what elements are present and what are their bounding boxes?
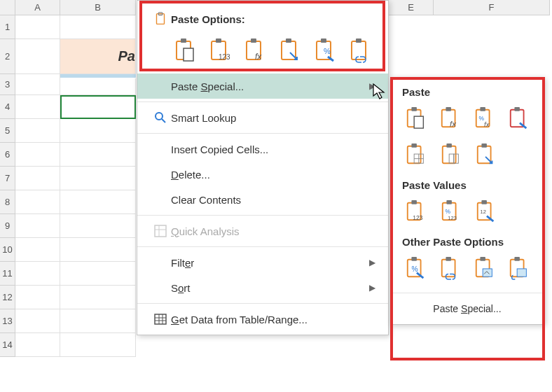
svg-rect-41 — [411, 144, 417, 148]
sub-values-fmt-icon[interactable]: 12 — [472, 197, 500, 226]
svg-text:fx: fx — [450, 120, 456, 128]
menu-clear-contents[interactable]: Clear Contents — [137, 187, 388, 212]
svg-rect-12 — [286, 38, 291, 43]
row-header-11[interactable]: 11 — [0, 262, 15, 286]
svg-rect-68 — [483, 269, 492, 276]
svg-rect-30 — [414, 116, 423, 128]
table-icon — [150, 312, 171, 326]
context-menu: Paste Options: 123 fx % Paste Special...… — [137, 0, 389, 335]
svg-rect-32 — [446, 107, 451, 111]
row-header-8[interactable]: 8 — [0, 190, 15, 214]
sub-formatting-icon[interactable]: % — [402, 253, 429, 283]
svg-rect-70 — [514, 257, 520, 261]
svg-rect-3 — [181, 38, 186, 43]
sub-picture-icon[interactable] — [471, 253, 498, 283]
cell-b3[interactable] — [60, 78, 136, 95]
svg-rect-59 — [481, 200, 487, 204]
cell-b4-active[interactable] — [60, 95, 136, 119]
row-header-6[interactable]: 6 — [0, 143, 15, 167]
svg-rect-39 — [514, 107, 520, 111]
row-header-12[interactable]: 12 — [0, 286, 15, 309]
svg-text:fx: fx — [484, 120, 490, 128]
menu-quick-analysis: Quick Analysis — [137, 218, 388, 244]
svg-rect-47 — [449, 154, 454, 163]
row-header-10[interactable]: 10 — [0, 238, 15, 262]
col-header-e[interactable]: E — [389, 0, 434, 15]
svg-rect-23 — [155, 314, 166, 324]
menu-get-data[interactable]: Get Data from Table/Range... — [137, 307, 388, 332]
menu-filter[interactable]: Filter ▶ — [137, 250, 388, 275]
svg-rect-6 — [216, 38, 221, 43]
row-header-7[interactable]: 7 — [0, 167, 15, 190]
chevron-right-icon: ▶ — [369, 81, 375, 91]
row-header-4[interactable]: 4 — [0, 95, 15, 119]
sub-source-fmt-icon[interactable] — [505, 104, 532, 133]
submenu-other-header: Other Paste Options — [391, 233, 544, 253]
sub-values-num-icon[interactable]: %123 — [437, 197, 465, 226]
svg-text:%: % — [411, 265, 418, 273]
svg-rect-55 — [446, 200, 452, 204]
svg-text:%: % — [446, 208, 451, 215]
svg-rect-29 — [411, 107, 417, 111]
paste-icon-transpose[interactable] — [276, 34, 305, 66]
sub-col-width-icon[interactable] — [437, 140, 465, 169]
svg-line-19 — [162, 119, 165, 122]
svg-text:12: 12 — [481, 209, 486, 215]
menu-insert-copied[interactable]: Insert Copied Cells... — [137, 136, 388, 162]
svg-rect-9 — [251, 38, 256, 43]
menu-paste-special[interactable]: Paste Special... ▶ — [137, 74, 388, 99]
paste-icon-paste[interactable] — [171, 34, 200, 66]
submenu-values-header: Paste Values — [391, 176, 544, 197]
submenu-paste-header: Paste — [391, 83, 544, 104]
row-header-1[interactable]: 1 — [0, 15, 15, 39]
chevron-right-icon: ▶ — [369, 258, 375, 267]
svg-text:123: 123 — [448, 215, 457, 221]
cell-b1[interactable] — [60, 15, 136, 39]
chevron-right-icon: ▶ — [369, 283, 375, 293]
cell-a2[interactable] — [15, 39, 60, 74]
sub-no-borders-icon[interactable] — [402, 140, 430, 169]
svg-point-18 — [156, 113, 163, 120]
svg-rect-17 — [356, 38, 361, 43]
sub-values-icon[interactable]: 123 — [402, 197, 430, 226]
svg-rect-35 — [480, 107, 485, 111]
paste-special-submenu: Paste fx %fx Paste Values 123 %123 12 Ot… — [390, 77, 544, 325]
col-header-f[interactable]: F — [434, 0, 550, 15]
svg-text:123: 123 — [219, 53, 230, 61]
sub-paste-icon[interactable] — [402, 104, 429, 133]
clipboard-icon — [150, 11, 171, 27]
row-header-14[interactable]: 14 — [0, 333, 15, 357]
submenu-paste-special-link[interactable]: Paste Special... — [391, 296, 544, 321]
sub-transpose-icon[interactable] — [472, 140, 500, 169]
sub-formulas-icon[interactable]: fx — [436, 104, 464, 133]
paste-options-label: Paste Options: — [171, 13, 375, 25]
svg-rect-50 — [481, 144, 487, 148]
cell-a3[interactable] — [15, 78, 60, 95]
menu-delete[interactable]: Delete... — [137, 162, 388, 187]
row-header-2[interactable]: 2 — [0, 39, 15, 74]
paste-options-header: Paste Options: — [137, 4, 388, 29]
cell-b2[interactable]: Pa — [60, 39, 136, 74]
row-header-13[interactable]: 13 — [0, 309, 15, 333]
cell-b3-selection — [60, 74, 136, 78]
cell-a4[interactable] — [15, 95, 60, 119]
paste-icon-formulas[interactable]: fx — [241, 34, 270, 66]
paste-icon-formatting[interactable]: % — [311, 34, 340, 66]
svg-text:123: 123 — [413, 214, 422, 221]
sub-linked-picture-icon[interactable] — [505, 253, 532, 283]
col-header-a[interactable]: A — [15, 0, 60, 15]
sub-formulas-num-icon[interactable]: %fx — [471, 104, 498, 133]
sub-link-icon[interactable] — [436, 253, 464, 283]
menu-sort[interactable]: Sort ▶ — [137, 275, 388, 300]
row-header-5[interactable]: 5 — [0, 119, 15, 143]
svg-rect-4 — [184, 48, 193, 61]
col-header-b[interactable]: B — [60, 0, 136, 15]
svg-rect-52 — [411, 200, 417, 204]
menu-smart-lookup[interactable]: Smart Lookup — [137, 105, 388, 130]
cell-a1[interactable] — [15, 15, 60, 39]
svg-rect-20 — [155, 225, 166, 237]
row-header-9[interactable]: 9 — [0, 214, 15, 238]
paste-icon-values[interactable]: 123 — [206, 34, 235, 66]
paste-icon-link[interactable] — [346, 34, 375, 66]
select-all-corner[interactable] — [0, 0, 15, 15]
